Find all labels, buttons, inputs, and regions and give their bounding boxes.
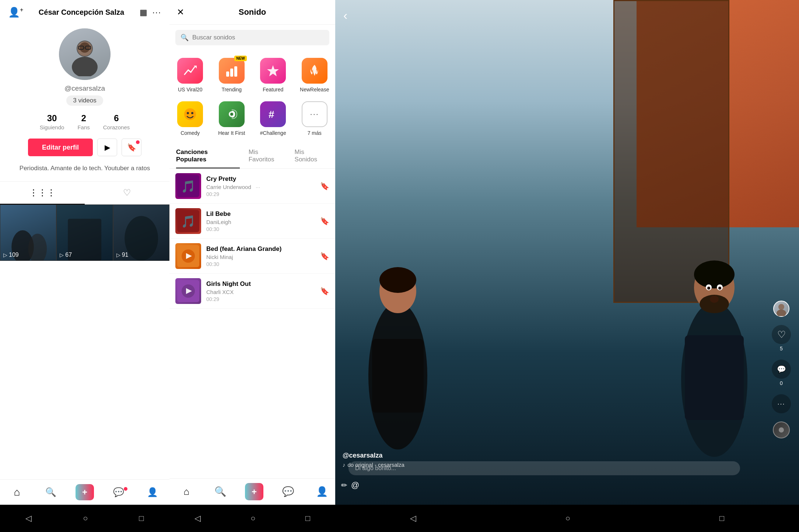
sounds-nav-messages[interactable]: 💬 [271, 483, 305, 500]
heart-icon: ♡ [772, 325, 791, 344]
featured-icon [260, 58, 286, 84]
comment-button[interactable]: 💬 0 [772, 360, 791, 386]
category-newrelease[interactable]: NewRelease [294, 53, 336, 97]
svg-rect-14 [234, 66, 237, 77]
more-button[interactable]: ··· [772, 394, 791, 413]
comedy-label: Comedy [181, 130, 200, 136]
song-item-girls-night-out[interactable]: Girls Night Out Charli XCX 00:29 🔖 [169, 274, 335, 309]
nav-profile[interactable]: 👤 [136, 484, 169, 500]
nav-home[interactable]: ⌂ [0, 484, 34, 500]
sounds-bottom-nav: ⌂ 🔍 + 💬 👤 [169, 478, 339, 505]
sounds-header: ✕ Sonido [169, 0, 335, 25]
android-back-mid[interactable]: ◁ [195, 514, 201, 523]
android-home-mid[interactable]: ○ [250, 514, 255, 523]
sounds-nav-profile[interactable]: 👤 [305, 483, 339, 500]
sounds-nav-search[interactable]: 🔍 [203, 483, 237, 500]
avatar-image [59, 28, 111, 80]
svg-point-44 [718, 287, 721, 290]
youtube-button[interactable]: ▶ [97, 139, 117, 156]
stat-following: 30 Siguiendo [40, 113, 64, 130]
android-nav-mid: ◁ ○ □ [169, 505, 335, 532]
more-options-icon[interactable]: ··· [153, 8, 161, 17]
more-label: 7 más [308, 130, 322, 136]
tab-grid[interactable]: ⋮⋮⋮ [0, 182, 85, 204]
video-thumb-3[interactable]: ▷ 91 [113, 204, 169, 261]
category-viral[interactable]: US Viral20 [169, 53, 211, 97]
android-back-right[interactable]: ◁ [410, 514, 416, 523]
nav-search[interactable]: 🔍 [34, 484, 68, 500]
song-item-cry-pretty[interactable]: 🎵 Cry Pretty Carrie Underwood ··· 00:29 … [169, 169, 335, 204]
sounds-nav-create[interactable]: + [237, 483, 271, 500]
back-button[interactable]: ‹ [343, 8, 347, 22]
category-trending[interactable]: NEW Trending [211, 53, 253, 97]
category-featured[interactable]: Featured [252, 53, 294, 97]
tab-mysounds[interactable]: Mis Sonidos [295, 148, 329, 168]
song-thumb-bed [175, 243, 201, 269]
featured-label: Featured [263, 87, 283, 92]
tab-liked[interactable]: ♡ [85, 182, 169, 204]
svg-point-17 [187, 112, 189, 114]
grid-view-icon: ⋮⋮⋮ [29, 188, 56, 198]
new-badge: NEW [234, 56, 246, 61]
android-square-left[interactable]: □ [139, 514, 144, 523]
hearitfirst-icon [219, 101, 245, 127]
tab-favorites[interactable]: Mis Favoritos [249, 148, 286, 168]
bookmark-icon-lil-bebe[interactable]: 🔖 [320, 217, 329, 225]
svg-point-47 [777, 309, 786, 316]
android-square-mid[interactable]: □ [305, 514, 310, 523]
music-note-icon: ♪ [343, 462, 346, 468]
song-info-cry-pretty: Cry Pretty Carrie Underwood ··· 00:29 [206, 175, 315, 197]
search-input[interactable] [192, 34, 324, 41]
svg-point-38 [694, 260, 735, 288]
bottom-nav: ⌂ 🔍 + 💬 👤 [0, 479, 169, 505]
song-item-lil-bebe[interactable]: 🎵 Lil Bebe DaniLeigh 00:30 🔖 [169, 204, 335, 239]
like-button[interactable]: ♡ 5 [772, 325, 791, 351]
sounds-title: Sonido [239, 7, 266, 17]
song-item-bed[interactable]: Bed (feat. Ariana Grande) Nicki Minaj 00… [169, 239, 335, 274]
bookmark-icon-girls-night-out[interactable]: 🔖 [320, 287, 329, 295]
nav-messages[interactable]: 💬 [102, 484, 136, 500]
svg-rect-9 [68, 218, 102, 260]
bookmark-button[interactable]: 🔖 [122, 139, 141, 156]
search-bar[interactable]: 🔍 [175, 30, 329, 45]
android-square-right[interactable]: □ [719, 514, 724, 523]
video-thumb-1[interactable]: ▷ 109 [0, 204, 56, 261]
edit-profile-button[interactable]: Editar perfil [28, 139, 93, 156]
grid-icon[interactable]: ▦ [140, 8, 147, 17]
video-user-avatar[interactable] [773, 301, 789, 317]
add-user-icon[interactable]: 👤+ [8, 7, 23, 18]
trending-label: Trending [221, 87, 242, 92]
profile-header: 👤+ César Concepción Salza ▦ ··· [0, 0, 169, 25]
videos-grid: ▷ 109 ▷ 67 [0, 204, 169, 480]
android-home-right[interactable]: ○ [565, 514, 570, 523]
android-back-left[interactable]: ◁ [25, 514, 32, 523]
trending-icon: NEW [219, 58, 245, 84]
challenge-label: #Challenge [260, 130, 286, 136]
category-more[interactable]: ··· 7 más [294, 97, 336, 140]
android-home-left[interactable]: ○ [83, 514, 88, 523]
viral-label: US Viral20 [178, 87, 203, 92]
video-scene: ♡ 5 💬 0 ··· @cesarsalza [335, 0, 799, 505]
sounds-nav-home[interactable]: ⌂ [169, 483, 203, 500]
video-thumb-2[interactable]: ▷ 67 [56, 204, 113, 261]
category-comedy[interactable]: Comedy [169, 97, 211, 140]
close-button[interactable]: ✕ [177, 7, 184, 17]
video-count-3: ▷ 91 [116, 252, 129, 258]
bookmark-icon-bed[interactable]: 🔖 [320, 252, 329, 260]
bookmark-icon-cry-pretty[interactable]: 🔖 [320, 182, 329, 190]
stat-hearts: 6 Corazones [103, 113, 130, 130]
category-hearitfirst[interactable]: Hear It First [211, 97, 253, 140]
android-navigation-bar: ◁ ○ □ ◁ ○ □ ◁ ○ □ [0, 505, 799, 532]
tab-popular[interactable]: Canciones Populares [176, 148, 240, 168]
android-nav-left: ◁ ○ □ [0, 505, 169, 532]
svg-rect-13 [230, 69, 233, 77]
action-buttons: Editar perfil ▶ 🔖 [28, 139, 141, 156]
category-challenge[interactable]: # #Challenge [252, 97, 294, 140]
svg-point-1 [72, 57, 98, 76]
svg-point-34 [379, 267, 416, 293]
comment-input[interactable]: Di algo bonito... [348, 461, 740, 475]
svg-marker-15 [267, 65, 279, 76]
video-count-2: ▷ 67 [60, 252, 72, 258]
nav-create[interactable]: + [68, 484, 102, 500]
svg-point-45 [710, 295, 719, 303]
